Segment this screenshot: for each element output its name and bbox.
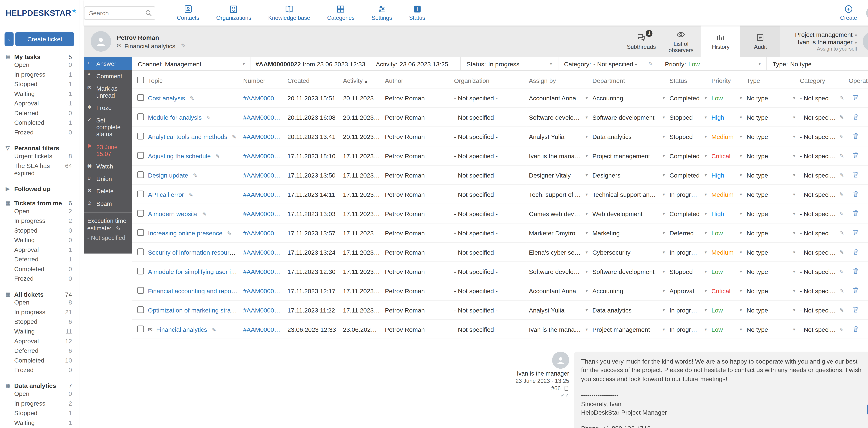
- status-select[interactable]: Stopped▾: [667, 262, 709, 281]
- type-select[interactable]: No type▾: [744, 320, 798, 339]
- priority-select[interactable]: Medium▾: [709, 127, 744, 146]
- type-select[interactable]: No type▾: [744, 165, 798, 184]
- topic-link[interactable]: Increasing online presence: [148, 229, 222, 236]
- edit-category-icon[interactable]: ✎: [839, 172, 844, 178]
- column-header-category[interactable]: Category▲: [798, 71, 846, 88]
- sidebar-item-open[interactable]: Open 0: [6, 389, 72, 399]
- priority-select[interactable]: Low▾: [709, 320, 744, 339]
- sidebar-item-frozed[interactable]: Frozed 0: [6, 365, 72, 375]
- edit-title-icon[interactable]: ✎: [181, 42, 186, 49]
- delete-ticket-icon[interactable]: [852, 94, 859, 101]
- sidebar-item-the-sla-has-expired[interactable]: The SLA has expired 64: [6, 161, 72, 178]
- row-checkbox[interactable]: [137, 132, 144, 139]
- type-select[interactable]: No type▾: [744, 204, 798, 223]
- priority-select[interactable]: Medium▾: [709, 184, 744, 204]
- column-header-type[interactable]: Type▲: [744, 71, 798, 88]
- action-mark-as-unread[interactable]: ✉ Mark as unread: [84, 82, 132, 102]
- priority-select[interactable]: Critical▾: [709, 281, 744, 300]
- topic-link[interactable]: Financial accounting and reporting: [148, 287, 241, 294]
- priority-select[interactable]: Priority: Low ▾: [659, 57, 767, 70]
- column-header-organization[interactable]: Organization▲: [452, 71, 527, 88]
- assign-by-select[interactable]: Accountant Anna▾: [527, 88, 590, 108]
- status-select[interactable]: Completed▾: [667, 146, 709, 165]
- column-header-department[interactable]: Department▲: [590, 71, 667, 88]
- topic-link[interactable]: API call error: [148, 191, 184, 198]
- sidebar-item-waiting[interactable]: Waiting 1: [6, 89, 72, 99]
- number-link[interactable]: #AAM00000087: [243, 249, 285, 256]
- delete-ticket-icon[interactable]: [852, 113, 859, 120]
- number-link[interactable]: #AAM00000088: [243, 172, 285, 178]
- row-checkbox[interactable]: [137, 287, 144, 293]
- edit-topic-icon[interactable]: ✎: [215, 153, 220, 159]
- edit-category-icon[interactable]: ✎: [839, 114, 844, 120]
- sidebar-item-open[interactable]: Open 0: [6, 60, 72, 70]
- delete-ticket-icon[interactable]: [852, 286, 859, 294]
- sidebar-item-frozed[interactable]: Frozed 0: [6, 274, 72, 284]
- sidebar-item-stopped[interactable]: Stopped 0: [6, 226, 72, 235]
- status-select[interactable]: In progress▾: [667, 242, 709, 262]
- department-select[interactable]: Software development▾: [590, 262, 667, 281]
- delete-ticket-icon[interactable]: [852, 306, 859, 313]
- assign-by-select[interactable]: Software developer D...▾: [527, 108, 590, 127]
- sidebar-section-all-tickets[interactable]: ▦ All tickets 74: [6, 291, 72, 298]
- action-set-complete-status[interactable]: ✓ Set complete status: [84, 114, 132, 140]
- sidebar-section-followed-up[interactable]: ▶ Followed up: [6, 186, 72, 192]
- project-select[interactable]: Project management▾: [795, 31, 857, 38]
- create-button[interactable]: Create: [840, 4, 857, 21]
- assign-by-select[interactable]: Ivan is the manager▾: [527, 146, 590, 165]
- type-select[interactable]: No type▾: [744, 127, 798, 146]
- row-checkbox[interactable]: [137, 267, 144, 274]
- number-link[interactable]: #AAM00000083: [243, 307, 285, 313]
- status-select[interactable]: Approval▾: [667, 281, 709, 300]
- sidebar-item-urgent-tickets[interactable]: Urgent tickets 8: [6, 151, 72, 161]
- topic-link[interactable]: Cost analysis: [148, 94, 185, 101]
- topic-link[interactable]: A modern website: [148, 210, 197, 217]
- column-header-operations[interactable]: Operations▲: [846, 71, 868, 88]
- status-select[interactable]: In progress▾: [667, 320, 709, 339]
- delete-ticket-icon[interactable]: [852, 132, 859, 140]
- copy-icon[interactable]: [563, 385, 569, 391]
- assign-by-select[interactable]: Tech. support of Anas...▾: [527, 184, 590, 204]
- edit-topic-icon[interactable]: ✎: [189, 192, 193, 198]
- status-select[interactable]: Stopped▾: [667, 108, 709, 127]
- number-link[interactable]: #AAM00000093: [243, 94, 285, 101]
- channel-select[interactable]: Channel: Management ▾: [132, 57, 251, 70]
- edit-topic-icon[interactable]: ✎: [227, 230, 232, 236]
- edit-topic-icon[interactable]: ✎: [193, 172, 197, 178]
- nav-categories[interactable]: Categories: [327, 4, 354, 21]
- priority-select[interactable]: Medium▾: [709, 242, 744, 262]
- action-froze[interactable]: ❄ Froze: [84, 102, 132, 114]
- assign-by-select[interactable]: Designer Vitaly▾: [527, 165, 590, 184]
- type-select[interactable]: Type: No type ▾: [767, 57, 868, 70]
- delete-ticket-icon[interactable]: [852, 229, 859, 236]
- sidebar-section-data-analytics[interactable]: ▦ Data analytics 7: [6, 382, 72, 389]
- row-checkbox[interactable]: [137, 306, 144, 313]
- sidebar-item-in-progress[interactable]: In progress 2: [6, 399, 72, 408]
- department-select[interactable]: Project management▾: [590, 320, 667, 339]
- type-select[interactable]: No type▾: [744, 108, 798, 127]
- assign-by-select[interactable]: Accountant Anna▾: [527, 281, 590, 300]
- topic-link[interactable]: Analytical tools and methods: [148, 133, 227, 140]
- action-watch[interactable]: ◉ Watch: [84, 160, 132, 172]
- number-link[interactable]: #AAM00000091: [243, 152, 285, 159]
- edit-category-icon[interactable]: ✎: [839, 268, 844, 275]
- topic-link[interactable]: Design update: [148, 172, 188, 178]
- edit-category-icon[interactable]: ✎: [648, 61, 653, 67]
- status-select[interactable]: In progress▾: [667, 300, 709, 320]
- number-link[interactable]: #AAM00000090: [243, 191, 285, 198]
- number-link[interactable]: #AAM00000092: [243, 133, 285, 140]
- edit-topic-icon[interactable]: ✎: [190, 95, 194, 101]
- edit-category-icon[interactable]: ✎: [839, 133, 844, 140]
- row-checkbox[interactable]: [137, 113, 144, 120]
- edit-category-icon[interactable]: ✎: [839, 307, 844, 313]
- department-select[interactable]: Data analytics▾: [590, 127, 667, 146]
- number-link[interactable]: #AAM00000094: [243, 114, 285, 120]
- department-select[interactable]: Software development▾: [590, 108, 667, 127]
- topic-link[interactable]: Financial analytics: [156, 326, 207, 333]
- priority-select[interactable]: Critical▾: [709, 146, 744, 165]
- priority-select[interactable]: Low▾: [709, 262, 744, 281]
- number-link[interactable]: #AAM00000089: [243, 229, 285, 236]
- sidebar-item-completed[interactable]: Completed 1: [6, 118, 72, 128]
- create-ticket-button[interactable]: Create ticket: [15, 32, 74, 46]
- topic-link[interactable]: Optimization of marketing strategies: [148, 307, 241, 313]
